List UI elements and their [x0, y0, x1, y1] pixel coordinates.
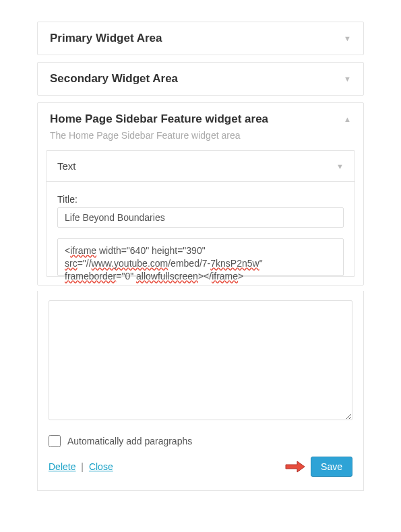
t: src: [65, 258, 78, 269]
close-link[interactable]: Close: [89, 461, 113, 472]
panel-subtitle: The Home Page Sidebar Feature widget are…: [38, 130, 363, 150]
t: <: [65, 245, 70, 256]
delete-link[interactable]: Delete: [49, 461, 75, 472]
chevron-down-icon: ▼: [344, 75, 351, 83]
widget-text: Text ▼ Title: <iframe width="640" height…: [46, 150, 355, 277]
widget-body: Title: <iframe width="640" height="390" …: [47, 182, 354, 276]
auto-paragraph-row: Automatically add paragraphs: [49, 435, 352, 447]
widget-header[interactable]: Text ▼: [47, 151, 354, 182]
panel-secondary-widget-area[interactable]: Secondary Widget Area ▼: [37, 62, 364, 96]
t: /embed/7-: [168, 258, 210, 269]
panel-header[interactable]: Primary Widget Area ▼: [38, 22, 363, 55]
t: >: [238, 271, 243, 281]
widget-actions: Delete | Close Save: [49, 457, 352, 477]
panel-primary-widget-area[interactable]: Primary Widget Area ▼: [37, 22, 364, 55]
t: allowfullscreen: [136, 271, 198, 281]
widget-extra-textarea[interactable]: [49, 300, 352, 420]
save-button[interactable]: Save: [311, 457, 352, 477]
chevron-down-icon: ▼: [336, 162, 344, 170]
widget-controls-box: Automatically add paragraphs Delete | Cl…: [37, 291, 364, 491]
t: www.youtube.com: [92, 258, 168, 269]
chevron-down-icon: ▼: [344, 34, 351, 42]
panel-title: Primary Widget Area: [50, 32, 162, 45]
auto-paragraph-checkbox[interactable]: [49, 435, 61, 447]
t: frameborder: [65, 271, 116, 281]
t: iframe: [70, 245, 96, 256]
t: 7knsP2n5w: [210, 258, 259, 269]
auto-paragraph-label: Automatically add paragraphs: [67, 436, 192, 446]
t: ="0": [116, 271, 136, 281]
arrow-right-icon: [285, 461, 305, 473]
t: ></: [198, 271, 212, 281]
panel-title: Secondary Widget Area: [50, 72, 178, 86]
t: iframe: [212, 271, 238, 281]
widget-title-input[interactable]: [57, 207, 344, 228]
separator: |: [81, 461, 84, 472]
t: ": [259, 258, 263, 269]
panel-header[interactable]: Home Page Sidebar Feature widget area ▲: [38, 103, 363, 130]
panel-title: Home Page Sidebar Feature widget area: [50, 112, 268, 126]
widget-links: Delete | Close: [49, 461, 113, 472]
panel-home-sidebar-feature: Home Page Sidebar Feature widget area ▲ …: [37, 102, 364, 286]
widget-type-label: Text: [57, 160, 76, 172]
title-label: Title:: [57, 194, 344, 205]
chevron-up-icon: ▲: [344, 115, 351, 123]
right-actions: Save: [285, 457, 352, 477]
widget-content-textarea[interactable]: <iframe width="640" height="390" src="//…: [57, 238, 344, 276]
t: width="640" height="390": [96, 245, 206, 256]
panel-header[interactable]: Secondary Widget Area ▼: [38, 63, 363, 95]
t: ="//: [78, 258, 92, 269]
